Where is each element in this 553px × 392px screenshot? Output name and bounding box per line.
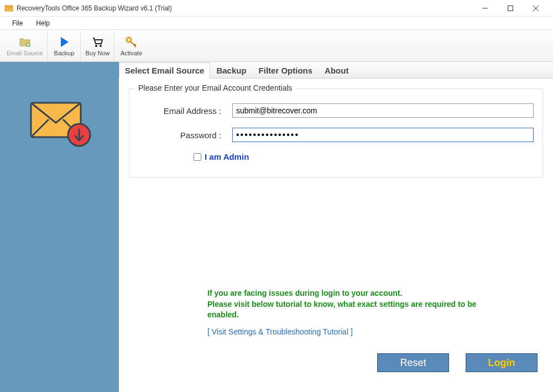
toolbar: Email Source Backup Buy Now Activate <box>0 30 553 62</box>
credentials-group: Please Enter your Email Account Credenti… <box>129 88 543 177</box>
password-input[interactable] <box>232 128 534 142</box>
svg-point-7 <box>100 45 102 47</box>
toolbar-buy-now[interactable]: Buy Now <box>81 31 114 61</box>
toolbar-backup[interactable]: Backup <box>48 31 81 61</box>
tab-select-email-source[interactable]: Select Email Source <box>119 62 210 79</box>
app-icon <box>4 4 13 13</box>
toolbar-activate[interactable]: Activate <box>114 31 148 61</box>
toolbar-email-source-label: Email Source <box>7 50 43 56</box>
credentials-legend: Please Enter your Email Account Credenti… <box>135 83 296 92</box>
tabs: Select Email Source Backup Filter Option… <box>119 62 553 79</box>
help-block: If you are facing issues during login to… <box>207 288 506 337</box>
maximize-button[interactable] <box>498 0 523 17</box>
content-area: Select Email Source Backup Filter Option… <box>119 62 553 392</box>
help-text-line2: Please visit below tutorial to know, wha… <box>207 299 506 321</box>
reset-button[interactable]: Reset <box>377 353 449 372</box>
toolbar-email-source[interactable]: Email Source <box>2 31 48 61</box>
folder-icon <box>18 35 32 49</box>
svg-point-9 <box>128 39 130 41</box>
toolbar-backup-label: Backup <box>54 50 75 56</box>
email-input[interactable] <box>232 103 534 118</box>
email-label: Email Address : <box>138 106 221 116</box>
toolbar-activate-label: Activate <box>121 50 142 56</box>
svg-point-6 <box>95 45 97 47</box>
tab-content: Please Enter your Email Account Credenti… <box>119 79 553 392</box>
minimize-button[interactable] <box>472 0 498 17</box>
play-icon <box>58 35 71 49</box>
menu-file[interactable]: File <box>6 18 29 29</box>
envelope-download-icon <box>27 95 93 153</box>
title-bar: RecoveryTools Office 365 Backup Wizard v… <box>0 0 553 17</box>
key-icon <box>124 35 138 49</box>
help-text-line1: If you are facing issues during login to… <box>207 288 506 299</box>
admin-label[interactable]: I am Admin <box>205 152 249 161</box>
svg-rect-2 <box>508 6 513 11</box>
toolbar-buy-now-label: Buy Now <box>85 50 109 56</box>
login-button[interactable]: Login <box>466 353 538 372</box>
cart-icon <box>91 35 104 49</box>
tab-backup[interactable]: Backup <box>210 62 252 78</box>
tab-filter-options[interactable]: Filter Options <box>253 62 319 78</box>
tutorial-link[interactable]: [ Visit Settings & Troubleshooting Tutor… <box>207 327 353 336</box>
password-label: Password : <box>138 130 221 140</box>
sidebar <box>0 62 119 392</box>
tab-about[interactable]: About <box>319 62 354 78</box>
menu-help[interactable]: Help <box>29 18 56 29</box>
close-button[interactable] <box>523 0 549 17</box>
admin-checkbox[interactable] <box>194 153 201 161</box>
window-title: RecoveryTools Office 365 Backup Wizard v… <box>17 4 472 12</box>
menu-bar: File Help <box>0 17 553 30</box>
